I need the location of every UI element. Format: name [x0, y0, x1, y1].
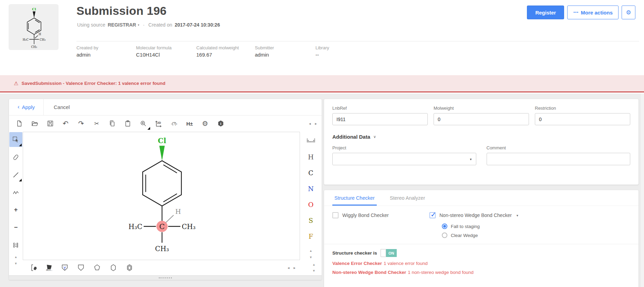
element-toolbar-scroll: ▲ ▼ — [309, 249, 312, 261]
atom-label-c-center[interactable]: C — [159, 222, 165, 231]
radio-selected-icon[interactable] — [442, 224, 447, 229]
atom-label-cl[interactable]: Cl — [158, 137, 166, 145]
expand-caret-icon[interactable]: ▾ — [517, 214, 518, 217]
project-label: Project — [332, 145, 476, 150]
atom-label-ch3-right[interactable]: CH₃ — [182, 223, 196, 231]
register-button[interactable]: Register — [527, 6, 564, 19]
cancel-button[interactable]: Cancel — [44, 99, 80, 115]
clear-wedge-radio[interactable]: Clear Wedge — [442, 232, 630, 238]
redo-button[interactable]: ↷ — [73, 117, 89, 130]
element-scroll-down[interactable]: ▼ — [309, 256, 312, 259]
element-n-button[interactable]: N — [308, 186, 314, 192]
comment-input[interactable] — [487, 153, 631, 165]
checkbox-checked-icon[interactable]: ✓ — [429, 212, 436, 218]
bond-tool-button[interactable] — [9, 167, 22, 182]
molecule-drawing[interactable]: Cl C H₃C CH₃ CH₃ H — [23, 132, 300, 260]
info-letter: i — [220, 121, 221, 126]
wedge-bond[interactable] — [159, 146, 165, 160]
template-cyclopentane-button[interactable] — [93, 264, 101, 272]
meta-label: Molecular formula — [136, 45, 196, 50]
editor-template-toolbar: ALK.. ◂ ▸ ▲ ▼ — [9, 260, 322, 275]
selection-tool-button[interactable] — [9, 132, 22, 147]
atom-label-h[interactable]: H — [175, 208, 181, 215]
clean-2d-button[interactable]: 2D — [151, 117, 166, 130]
lnbref-input[interactable] — [332, 113, 428, 125]
thumb-atom-cl: Cl — [32, 7, 36, 11]
template-scroll-down[interactable]: ▼ — [312, 269, 315, 273]
restriction-input[interactable] — [535, 113, 630, 125]
eraser-tool-button[interactable] — [9, 150, 22, 165]
template-scroll-right[interactable]: ▸ — [293, 266, 295, 270]
element-s-button[interactable]: S — [309, 217, 313, 224]
template-cyclohexane-button[interactable] — [109, 264, 117, 272]
nonstereo-wedge-checkbox[interactable]: ✓ Non-stereo Wedge Bond Checker ▾ — [429, 212, 518, 218]
increase-charge-button[interactable]: + — [9, 202, 22, 217]
benzene-ring[interactable] — [143, 161, 181, 206]
toolbar-scroll-right[interactable]: ▸ — [315, 121, 317, 126]
element-c-button[interactable]: C — [308, 170, 313, 176]
thumb-atom-ch3-right: CH₃ — [40, 38, 45, 41]
apply-button[interactable]: ‹ Apply — [9, 99, 44, 115]
template-scroll-up[interactable]: ▲ — [312, 263, 315, 266]
restriction-field: Restriction — [535, 106, 630, 125]
source-dropdown[interactable]: REGISTRAR ▾ — [108, 22, 139, 28]
add-remove-hydrogens-button[interactable]: H± — [182, 117, 197, 130]
zoom-button[interactable] — [135, 117, 151, 130]
info-button[interactable]: i — [213, 117, 228, 130]
template-benzene-button[interactable] — [125, 264, 134, 272]
checkbox-unchecked-icon[interactable] — [332, 212, 339, 218]
error-banner-text: SavedSubmission - Valence Error Checker:… — [21, 81, 165, 86]
paste-button[interactable] — [120, 117, 135, 130]
page-scrollbar[interactable] — [641, 93, 644, 287]
bond-to-hydrogen[interactable] — [166, 215, 174, 223]
toolbar-scroll-arrows: ◂ ▸ — [309, 121, 317, 126]
meta-value: admin — [255, 52, 315, 58]
element-h-button[interactable]: H — [308, 154, 314, 160]
decrease-charge-button[interactable]: − — [9, 220, 22, 235]
alkyl-template-button[interactable]: ALK.. — [46, 264, 53, 271]
left-scroll-up[interactable]: ▲ — [14, 255, 18, 259]
using-source-label: Using source — [77, 22, 105, 28]
benzene-template-icon — [125, 264, 134, 272]
template-cyclopropane-button[interactable] — [61, 264, 69, 272]
tab-structure-checker[interactable]: Structure Checker — [332, 190, 377, 206]
molweight-input[interactable] — [434, 113, 529, 125]
element-f-button[interactable]: F — [309, 233, 313, 240]
undo-button[interactable]: ↶ — [58, 117, 73, 130]
open-button[interactable] — [27, 117, 42, 130]
project-dropdown[interactable]: ▾ — [332, 153, 476, 165]
resize-grip[interactable] — [159, 277, 172, 278]
element-o-button[interactable]: O — [308, 201, 314, 208]
structure-checker-toggle[interactable]: ON — [381, 249, 397, 257]
wiggly-bond-checkbox[interactable]: Wiggly Bond Checker — [332, 212, 429, 218]
atom-label-ch3-bottom[interactable]: CH₃ — [155, 245, 169, 253]
editor-body: + − ▲ ▼ Cl — [9, 131, 322, 260]
copy-button[interactable] — [104, 117, 120, 130]
settings-button[interactable]: ⚙ — [622, 6, 635, 19]
editor-settings-button[interactable]: ⚙ — [197, 117, 213, 130]
group-bracket-tool-button[interactable] — [9, 238, 22, 253]
additional-data-toggle[interactable]: Additional Data ∨ — [332, 134, 630, 140]
save-button[interactable] — [42, 117, 58, 130]
editor-canvas[interactable]: Cl C H₃C CH₃ CH₃ H — [23, 132, 300, 260]
radio-unselected-icon[interactable] — [442, 232, 447, 238]
fall-to-staging-radio[interactable]: Fall to staging — [442, 224, 630, 229]
template-scroll-left[interactable]: ◂ — [288, 266, 290, 270]
cut-button[interactable]: ✂ — [89, 117, 104, 130]
abbreviated-group-button[interactable]: -(?)- — [166, 117, 182, 130]
source-value: REGISTRAR — [108, 22, 136, 28]
more-actions-button[interactable]: ⋯ More actions — [567, 6, 619, 19]
abbreviation-bracket-button[interactable] — [30, 264, 38, 272]
toolbar-scroll-left[interactable]: ◂ — [309, 121, 311, 126]
periodic-table-button[interactable] — [307, 138, 315, 145]
template-cyclobutane-button[interactable] — [77, 264, 85, 272]
chain-tool-button[interactable] — [9, 185, 22, 200]
atom-label-h3c[interactable]: H₃C — [128, 223, 142, 231]
meta-value: 169.67 — [196, 52, 255, 58]
editor-toolbar: ↶ ↷ ✂ 2D -(?)- H± ⚙ — [9, 116, 322, 131]
new-document-button[interactable] — [11, 117, 27, 130]
tab-stereo-analyzer[interactable]: Stereo Analyzer — [388, 190, 427, 206]
lnbref-field: LnbRef — [332, 106, 428, 125]
more-actions-label: More actions — [581, 10, 613, 16]
element-scroll-up[interactable]: ▲ — [309, 249, 312, 253]
